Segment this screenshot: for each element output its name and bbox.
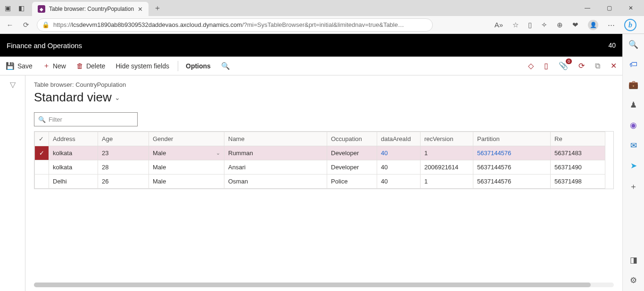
delete-button[interactable]: 🗑Delete [76, 62, 105, 70]
filter-icon[interactable]: ▽ [10, 81, 16, 89]
url-text: https://lcsdevvm1890ab8b9309532daddevaos… [53, 21, 404, 28]
cell[interactable]: Osman [224, 175, 327, 189]
chevron-down-icon: ⌄ [115, 94, 120, 101]
favorite-icon[interactable]: ☆ [512, 21, 519, 29]
office-icon[interactable]: ▯ [544, 61, 548, 70]
send-icon[interactable]: ➤ [630, 161, 637, 171]
col-name[interactable]: Name [224, 132, 327, 146]
tag-icon[interactable]: 🏷 [629, 60, 637, 69]
cell[interactable]: 1 [421, 175, 473, 189]
cell[interactable]: 56371498 [551, 175, 605, 189]
cell[interactable]: kolkata [49, 160, 98, 175]
minimize-button[interactable]: — [581, 5, 594, 11]
chevron-down-icon[interactable]: ⌄ [216, 150, 220, 156]
collections-split-icon[interactable]: ▯ [528, 21, 532, 29]
cell[interactable]: 23 [98, 146, 149, 160]
company-indicator[interactable]: 40 [608, 42, 616, 49]
table-row[interactable]: ✓kolkata23Male⌄RummanDeveloper4015637144… [35, 146, 605, 160]
tab-favicon: ◆ [38, 5, 45, 13]
diamond-icon[interactable]: ◇ [528, 61, 534, 70]
close-icon[interactable]: ✕ [138, 6, 143, 13]
cell[interactable]: Police [327, 175, 377, 189]
cell[interactable]: 26 [98, 175, 149, 189]
search-icon[interactable]: 🔍 [628, 40, 638, 50]
action-bar: 💾Save ＋New 🗑Delete Hide system fields Op… [0, 57, 622, 75]
close-form-button[interactable]: ✕ [611, 61, 617, 70]
cell[interactable]: 40 [377, 160, 421, 175]
cell[interactable]: kolkata [49, 146, 98, 160]
back-button[interactable]: ← [5, 21, 15, 29]
add-tool-icon[interactable]: ＋ [629, 181, 637, 192]
more-menu-icon[interactable]: ⋯ [608, 21, 615, 29]
col-dataareaid[interactable]: dataAreaId [377, 132, 421, 146]
new-button[interactable]: ＋New [43, 61, 66, 70]
cell[interactable]: Delhi [49, 175, 98, 189]
profile-avatar[interactable]: 👤 [588, 20, 598, 30]
col-occupation[interactable]: Occupation [327, 132, 377, 146]
cell-gender[interactable]: Male [149, 160, 224, 175]
cell[interactable]: Rumman [224, 146, 327, 160]
col-age[interactable]: Age [98, 132, 149, 146]
cell-gender[interactable]: Male [149, 175, 224, 189]
bing-chat-icon[interactable]: b [624, 19, 636, 31]
cell[interactable]: 2006921614 [421, 160, 473, 175]
popout-icon[interactable]: ⧉ [595, 62, 600, 70]
sidebar-collapse-icon[interactable]: ◨ [630, 255, 637, 265]
cell[interactable]: 5637144576 [473, 160, 551, 175]
row-selector[interactable]: ✓ [35, 146, 49, 160]
cell[interactable]: 40 [377, 175, 421, 189]
new-tab-button[interactable]: ＋ [150, 3, 165, 13]
cell[interactable]: 5637144576 [473, 146, 551, 160]
hide-system-fields-button[interactable]: Hide system fields [116, 62, 169, 70]
maximize-button[interactable]: ▢ [603, 5, 616, 11]
col-address[interactable]: Address [49, 132, 98, 146]
col-gender[interactable]: Gender [149, 132, 224, 146]
view-selector[interactable]: Standard view ⌄ [34, 90, 614, 105]
settings-icon[interactable]: ⚙ [630, 275, 637, 285]
tab-actions-icon[interactable]: ▣ [5, 5, 11, 11]
col-recid[interactable]: Re [551, 132, 605, 146]
cell[interactable]: Developer [327, 146, 377, 160]
browser-tab[interactable]: ◆ Table browser: CountryPopulation ✕ [32, 2, 149, 16]
filter-input[interactable]: 🔍 Filter [34, 112, 138, 126]
outlook-icon[interactable]: ✉ [630, 141, 637, 150]
table-row[interactable]: kolkata28MaleAnsariDeveloper402006921614… [35, 160, 605, 175]
tools-icon[interactable]: 💼 [628, 80, 638, 90]
attachments-button[interactable]: 📎0 [559, 61, 568, 70]
attachments-badge: 0 [566, 58, 572, 64]
window-close-button[interactable]: ✕ [624, 5, 637, 11]
scrollbar-thumb[interactable] [34, 283, 591, 287]
performance-icon[interactable]: ❤ [572, 21, 578, 29]
cell[interactable]: 56371483 [551, 146, 605, 160]
refresh-action[interactable]: ⟳ [578, 61, 585, 70]
cell[interactable]: Developer [327, 160, 377, 175]
cell[interactable]: 56371490 [551, 160, 605, 175]
row-selector[interactable] [35, 175, 49, 189]
search-icon: 🔍 [221, 62, 230, 70]
url-input[interactable]: 🔒 https://lcsdevvm1890ab8b9309532daddeva… [37, 18, 433, 32]
reader-mode-icon[interactable]: A» [495, 21, 503, 29]
workspaces-icon[interactable]: ◧ [18, 5, 25, 11]
refresh-button[interactable]: ⟳ [21, 21, 31, 29]
save-button[interactable]: 💾Save [6, 62, 33, 70]
cell[interactable]: 40 [377, 146, 421, 160]
cell[interactable]: Ansari [224, 160, 327, 175]
favorites-bar-icon[interactable]: ✧ [541, 21, 547, 29]
table-row[interactable]: Delhi26MaleOsmanPolice401563714457656371… [35, 175, 605, 189]
options-button[interactable]: Options [178, 61, 211, 71]
view-title-text: Standard view [34, 90, 112, 105]
col-recversion[interactable]: recVersion [421, 132, 473, 146]
games-icon[interactable]: ♟ [630, 100, 637, 110]
col-partition[interactable]: Partition [473, 132, 551, 146]
search-action[interactable]: 🔍 [221, 62, 230, 70]
m365-icon[interactable]: ◉ [630, 120, 637, 130]
cell[interactable]: 1 [421, 146, 473, 160]
cell[interactable]: 28 [98, 160, 149, 175]
collections-icon[interactable]: ⊕ [557, 21, 563, 29]
horizontal-scrollbar[interactable] [34, 283, 614, 287]
cell-gender[interactable]: Male⌄ [149, 146, 224, 160]
select-all-checkbox[interactable]: ✓ [35, 132, 49, 146]
breadcrumb: Table browser: CountryPopulation [34, 81, 614, 88]
row-selector[interactable] [35, 160, 49, 175]
cell[interactable]: 5637144576 [473, 175, 551, 189]
